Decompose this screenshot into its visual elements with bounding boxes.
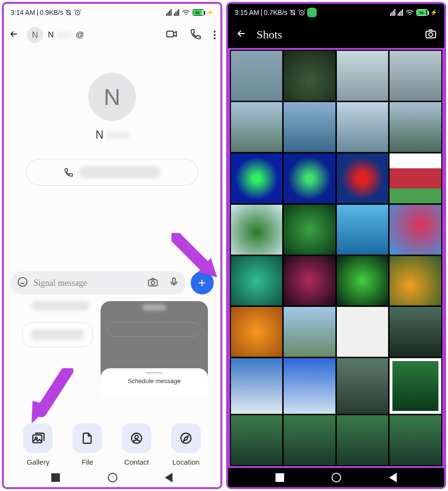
photo-thumbnail[interactable] bbox=[231, 51, 283, 101]
preview-card-large[interactable]: Schedule message bbox=[101, 301, 208, 397]
file-icon bbox=[80, 432, 94, 445]
photo-thumbnail[interactable] bbox=[231, 307, 283, 357]
svg-point-4 bbox=[151, 281, 154, 284]
avatar-small[interactable]: N bbox=[27, 27, 43, 43]
attach-file[interactable]: File bbox=[72, 423, 102, 466]
preview-cards: Schedule message bbox=[22, 301, 214, 397]
gallery-icon bbox=[31, 432, 45, 445]
sheet-handle-icon[interactable] bbox=[146, 372, 162, 374]
photo-thumbnail[interactable] bbox=[231, 102, 283, 152]
photo-thumbnail[interactable] bbox=[337, 256, 389, 306]
contact-center: N Nxxxx bbox=[4, 49, 220, 186]
video-call-icon[interactable] bbox=[166, 28, 177, 42]
back-icon[interactable] bbox=[236, 28, 247, 41]
contact-name: Nxxxx bbox=[95, 129, 128, 141]
call-icon[interactable] bbox=[190, 28, 201, 42]
photo-thumbnail[interactable] bbox=[337, 358, 389, 414]
signal-icon bbox=[390, 9, 395, 16]
left-phone-frame: 3:14 AM | 0.9KB/s 91 ⚡ N N xxxx @ N bbox=[2, 2, 222, 489]
camera-icon[interactable] bbox=[148, 277, 158, 289]
back-icon[interactable] bbox=[9, 29, 19, 41]
photo-thumbnail[interactable] bbox=[284, 256, 335, 306]
signal-icon-2 bbox=[398, 9, 403, 16]
nav-home-icon[interactable] bbox=[108, 473, 117, 482]
avatar-large[interactable]: N bbox=[88, 73, 136, 121]
phone-pill[interactable] bbox=[26, 159, 198, 186]
photo-thumbnail[interactable] bbox=[231, 153, 283, 203]
contact-icon bbox=[130, 432, 143, 445]
battery-icon: 91 bbox=[193, 9, 204, 16]
emoji-icon[interactable] bbox=[17, 277, 28, 289]
photo-thumbnail[interactable] bbox=[337, 153, 389, 203]
attach-gallery[interactable]: Gallery bbox=[23, 423, 53, 466]
photo-thumbnail[interactable] bbox=[337, 415, 389, 465]
shots-title: Shots bbox=[257, 28, 282, 41]
charging-icon: ⚡ bbox=[430, 9, 437, 16]
more-icon[interactable] bbox=[214, 31, 216, 39]
photo-thumbnail[interactable] bbox=[337, 51, 389, 101]
camera-icon[interactable] bbox=[425, 28, 437, 41]
svg-point-2 bbox=[18, 278, 27, 286]
photo-thumbnail[interactable] bbox=[284, 307, 335, 357]
photo-thumbnail[interactable] bbox=[231, 205, 283, 255]
photo-thumbnail[interactable] bbox=[284, 358, 335, 414]
wifi-icon bbox=[182, 9, 190, 16]
preview-card-small[interactable] bbox=[22, 322, 93, 347]
shots-header: Shots bbox=[228, 21, 445, 48]
photo-thumbnail[interactable] bbox=[337, 102, 389, 152]
photo-thumbnail[interactable] bbox=[231, 358, 283, 414]
schedule-label: Schedule message bbox=[128, 377, 181, 385]
nav-back-icon[interactable] bbox=[389, 473, 397, 482]
photo-thumbnail[interactable] bbox=[390, 415, 441, 465]
photo-thumbnail[interactable] bbox=[337, 307, 389, 357]
status-bar: 3:15 AM | 0.7KB/s 91 ⚡ bbox=[228, 4, 445, 21]
svg-rect-5 bbox=[172, 278, 175, 283]
right-phone-frame: 3:15 AM | 0.7KB/s 91 ⚡ Shots bbox=[226, 2, 447, 489]
battery-icon: 91 bbox=[416, 9, 428, 16]
alarm-icon bbox=[74, 9, 81, 16]
photo-thumbnail[interactable] bbox=[284, 153, 335, 203]
status-time: 3:14 AM bbox=[11, 9, 35, 16]
photo-thumbnail[interactable] bbox=[284, 415, 335, 465]
attach-plus-button[interactable]: + bbox=[191, 271, 214, 294]
attach-contact[interactable]: Contact bbox=[122, 423, 151, 466]
status-time: 3:15 AM bbox=[235, 9, 259, 16]
nav-recent-icon[interactable] bbox=[51, 473, 60, 482]
message-input[interactable]: Signal message bbox=[11, 271, 186, 294]
photo-thumbnail[interactable] bbox=[390, 205, 441, 255]
message-placeholder: Signal message bbox=[34, 278, 87, 288]
photo-thumbnail[interactable] bbox=[390, 358, 441, 414]
svg-point-10 bbox=[181, 433, 191, 444]
android-navbar bbox=[228, 468, 445, 487]
photo-thumbnail[interactable] bbox=[231, 256, 283, 306]
photo-grid[interactable] bbox=[228, 48, 445, 468]
schedule-sheet[interactable]: Schedule message bbox=[101, 368, 208, 397]
photo-thumbnail[interactable] bbox=[390, 102, 441, 152]
vibrate-icon bbox=[65, 9, 72, 16]
nav-recent-icon[interactable] bbox=[276, 473, 284, 482]
chat-title[interactable]: N xxxx @ bbox=[48, 30, 84, 40]
chat-header: N N xxxx @ bbox=[4, 21, 220, 49]
photo-thumbnail[interactable] bbox=[390, 51, 441, 101]
photo-thumbnail[interactable] bbox=[390, 307, 441, 357]
status-speed: 0.7KB/s bbox=[264, 9, 287, 16]
photo-thumbnail[interactable] bbox=[284, 51, 335, 101]
attach-location[interactable]: Location bbox=[171, 423, 201, 466]
svg-point-13 bbox=[429, 33, 433, 36]
status-bar: 3:14 AM | 0.9KB/s 91 ⚡ bbox=[4, 4, 220, 21]
photo-thumbnail[interactable] bbox=[390, 153, 441, 203]
svg-rect-1 bbox=[167, 31, 173, 37]
nav-home-icon[interactable] bbox=[332, 473, 341, 482]
photo-thumbnail[interactable] bbox=[284, 205, 335, 255]
signal-icon bbox=[166, 9, 172, 16]
photo-thumbnail[interactable] bbox=[390, 256, 441, 306]
vibrate-icon bbox=[289, 9, 297, 16]
photo-thumbnail[interactable] bbox=[337, 205, 389, 255]
charging-icon: ⚡ bbox=[207, 9, 214, 16]
photo-thumbnail[interactable] bbox=[231, 415, 283, 465]
nav-back-icon[interactable] bbox=[165, 473, 172, 482]
mic-icon[interactable] bbox=[169, 277, 179, 289]
alarm-icon bbox=[298, 9, 306, 16]
photo-thumbnail[interactable] bbox=[284, 102, 335, 152]
signal-icon-2 bbox=[174, 9, 179, 16]
